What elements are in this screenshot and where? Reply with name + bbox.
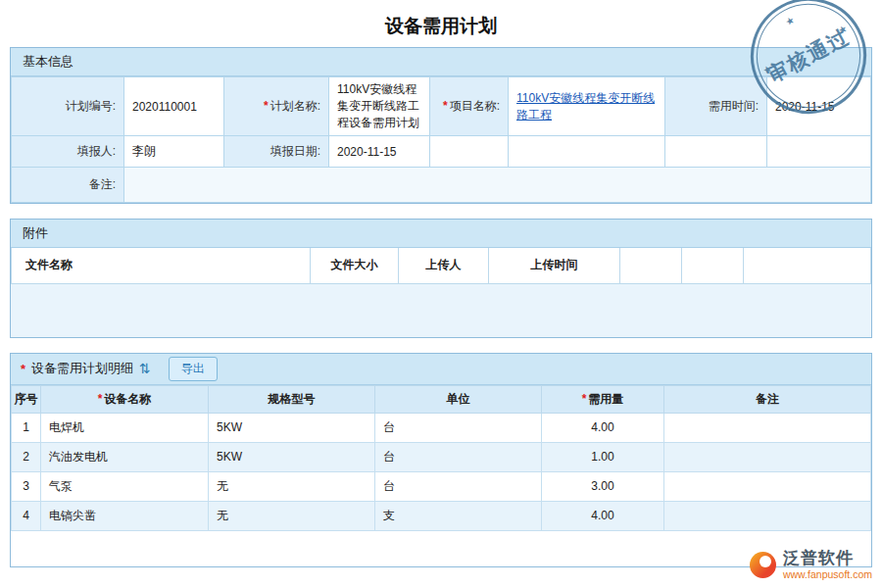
basic-info-row-2: 填报人: 李朗 填报日期: 2020-11-15: [12, 136, 871, 168]
detail-empty-area: [11, 531, 871, 566]
cell-unit: 台: [375, 471, 542, 501]
col-file-name: 文件名称: [12, 248, 311, 283]
col-empty: [682, 248, 744, 283]
attachments-header-row: 文件名称 文件大小 上传人 上传时间: [12, 248, 871, 283]
empty-cell: [767, 136, 871, 168]
plan-name-value: 110kV安徽线程集变开断线路工程设备需用计划: [329, 77, 430, 136]
project-name-cell: 110kV安徽线程集变开断线路工程: [509, 77, 665, 136]
cell-remark: [664, 413, 871, 442]
project-name-link[interactable]: 110kV安徽线程集变开断线路工程: [516, 91, 655, 122]
cell-no: 3: [12, 471, 41, 501]
table-row: 3 气泵 无 台 3.00: [12, 471, 871, 501]
need-date-label: 需用时间:: [665, 77, 767, 136]
remark-label: 备注:: [12, 168, 124, 203]
project-name-label: *项目名称:: [430, 77, 509, 136]
empty-cell: [509, 136, 665, 168]
cell-remark: [664, 501, 871, 530]
table-row: 4 电镐尖凿 无 支 4.00: [12, 501, 871, 530]
cell-unit: 台: [375, 413, 542, 442]
reporter-label: 填报人:: [12, 136, 124, 168]
detail-toolbar: * 设备需用计划明细 ⇅ 导出: [11, 354, 871, 385]
table-row: 1 电焊机 5KW 台 4.00: [12, 413, 871, 442]
cell-remark: [664, 442, 871, 471]
cell-remark: [664, 471, 871, 501]
cell-qty: 4.00: [542, 501, 664, 530]
brand-url: www.fanpusoft.com: [783, 568, 872, 580]
need-date-value: 2020-11-15: [767, 77, 871, 136]
plan-no-label: 计划编号:: [12, 77, 124, 136]
cell-no: 4: [12, 501, 41, 530]
cell-qty: 4.00: [542, 413, 664, 442]
cell-device-name: 电焊机: [41, 413, 209, 442]
cell-spec: 5KW: [209, 413, 375, 442]
col-empty: [620, 248, 682, 283]
cell-device-name: 电镐尖凿: [41, 501, 209, 530]
col-empty: [744, 248, 871, 283]
col-spec: 规格型号: [209, 385, 375, 413]
col-upload-time: 上传时间: [489, 248, 620, 283]
report-date-value: 2020-11-15: [329, 136, 430, 168]
required-asterisk: *: [264, 99, 269, 113]
cell-no: 2: [12, 442, 41, 471]
report-date-label: 填报日期:: [224, 136, 329, 168]
page-title: 设备需用计划: [0, 0, 882, 47]
table-row: 2 汽油发电机 5KW 台 1.00: [12, 442, 871, 471]
attachments-section-title: 附件: [11, 220, 871, 248]
cell-no: 1: [12, 413, 41, 442]
required-asterisk: *: [443, 99, 448, 113]
attachments-panel: 附件 文件名称 文件大小 上传人 上传时间: [10, 219, 872, 338]
basic-info-table: 计划编号: 2020110001 *计划名称: 110kV安徽线程集变开断线路工…: [11, 76, 871, 203]
empty-cell: [665, 136, 767, 168]
attachments-table: 文件名称 文件大小 上传人 上传时间: [11, 248, 871, 284]
basic-info-row-1: 计划编号: 2020110001 *计划名称: 110kV安徽线程集变开断线路工…: [12, 77, 871, 136]
basic-info-panel: 基本信息 计划编号: 2020110001 *计划名称: 110kV安徽线程集变…: [10, 47, 872, 204]
detail-table: 序号 *设备名称 规格型号 单位 *需用量 备注 1 电焊机 5KW 台 4.0…: [11, 385, 871, 531]
cell-spec: 无: [209, 471, 375, 501]
col-uploader: 上传人: [399, 248, 489, 283]
detail-panel: * 设备需用计划明细 ⇅ 导出 序号 *设备名称 规格型号 单位 *需用量 备注: [10, 353, 872, 567]
cell-qty: 1.00: [542, 442, 664, 471]
required-asterisk: *: [21, 362, 25, 376]
brand-name: 泛普软件: [783, 549, 872, 568]
attachments-empty-area: [11, 284, 871, 337]
sort-icon[interactable]: ⇅: [139, 361, 151, 376]
col-file-size: 文件大小: [311, 248, 399, 283]
page: 设备需用计划 ★ ★ ★ 审核通过 基本信息 计划编号: 2020110001 …: [0, 0, 882, 588]
cell-spec: 5KW: [209, 442, 375, 471]
col-no: 序号: [12, 385, 41, 413]
cell-qty: 3.00: [542, 471, 664, 501]
detail-section-title: 设备需用计划明细: [31, 360, 133, 377]
plan-name-label: *计划名称:: [224, 77, 329, 136]
basic-info-row-3: 备注:: [12, 168, 871, 203]
plan-no-value: 2020110001: [124, 77, 224, 136]
col-device-name: *设备名称: [41, 385, 209, 413]
export-button[interactable]: 导出: [169, 357, 218, 381]
fanpu-logo-icon: [750, 552, 776, 578]
cell-device-name: 气泵: [41, 471, 209, 501]
cell-unit: 支: [375, 501, 542, 530]
remark-value: [124, 168, 871, 203]
required-asterisk: *: [582, 392, 587, 406]
detail-header-row: 序号 *设备名称 规格型号 单位 *需用量 备注: [12, 385, 871, 413]
col-unit: 单位: [375, 385, 542, 413]
empty-cell: [430, 136, 509, 168]
col-qty: *需用量: [542, 385, 664, 413]
cell-spec: 无: [209, 501, 375, 530]
cell-device-name: 汽油发电机: [41, 442, 209, 471]
required-asterisk: *: [98, 392, 103, 406]
cell-unit: 台: [375, 442, 542, 471]
basic-info-section-title: 基本信息: [11, 48, 871, 76]
col-remark: 备注: [664, 385, 871, 413]
footer-brand-text: 泛普软件 www.fanpusoft.com: [783, 549, 872, 580]
reporter-value: 李朗: [124, 136, 224, 168]
footer-logo: 泛普软件 www.fanpusoft.com: [750, 549, 872, 580]
